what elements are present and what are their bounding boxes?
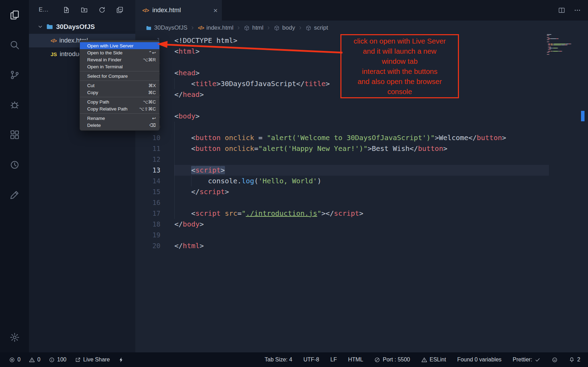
tab-close-icon[interactable]: × — [213, 7, 218, 14]
menu-item-copy-path[interactable]: Copy Path⌥⌘C — [80, 98, 159, 105]
indent-guide — [174, 176, 175, 186]
status-smiley[interactable] — [552, 357, 558, 363]
status-left-group: 00100Live Share — [9, 357, 124, 363]
bell-icon — [569, 357, 575, 363]
live-share-icon — [75, 357, 81, 363]
warning-icon — [421, 357, 427, 363]
menu-shortcut: ⌥⌘R — [143, 57, 156, 62]
status-found-0-variables[interactable]: Found 0 variables — [457, 357, 502, 363]
breadcrumb-item-index-html[interactable]: </>index.html — [198, 24, 233, 31]
code-line-7[interactable]: 7 — [135, 100, 588, 111]
menu-shortcut: ⌃↩ — [148, 50, 156, 55]
status-100[interactable]: 100 — [49, 357, 67, 363]
status-tab-size-4[interactable]: Tab Size: 4 — [265, 357, 292, 363]
line-number: 17 — [135, 208, 160, 219]
explorer-header: E… — [29, 0, 135, 20]
line-number: 16 — [135, 197, 160, 208]
menu-item-delete[interactable]: Delete⌫ — [80, 122, 159, 129]
menu-item-open-with-live-server[interactable]: Open with Live Server — [80, 42, 159, 49]
breadcrumb-item-html[interactable]: html — [244, 24, 263, 31]
code-line-14[interactable]: 14 console.log('Hello, World') — [135, 176, 588, 186]
code-line-18[interactable]: 18</body> — [135, 219, 588, 230]
menu-separator — [80, 113, 159, 114]
split-editor-icon[interactable] — [558, 7, 565, 14]
status-lf[interactable]: LF — [330, 357, 337, 363]
menu-item-copy-relative-path[interactable]: Copy Relative Path⌥⇧⌘C — [80, 105, 159, 112]
menu-shortcut: ⌘X — [148, 83, 156, 88]
code-line-12[interactable]: 12 — [135, 154, 588, 165]
code-line-8[interactable]: 8<body> — [135, 111, 588, 122]
indent-guide — [174, 78, 175, 89]
breadcrumb-item-body[interactable]: body — [274, 24, 295, 31]
tab-bar: </> index.html × — [135, 0, 588, 21]
status-utf-8[interactable]: UTF-8 — [303, 357, 319, 363]
refresh-icon[interactable] — [98, 6, 106, 14]
menu-separator — [80, 71, 159, 71]
menu-item-reveal-in-finder[interactable]: Reveal in Finder⌥⌘R — [80, 56, 159, 63]
activity-search-button[interactable] — [0, 30, 29, 60]
menu-item-open-in-terminal[interactable]: Open in Terminal — [80, 63, 159, 70]
run-debug-icon — [9, 100, 20, 110]
menu-item-rename[interactable]: Rename↩ — [80, 115, 159, 122]
code-line-17[interactable]: 17 <script src="./introduction.js"></scr… — [135, 208, 588, 219]
code-line-13[interactable]: 13 <script> — [135, 165, 588, 176]
activity-bar — [0, 0, 29, 352]
activity-extensions-button[interactable] — [0, 120, 29, 150]
breadcrumb-item-30daysofjs[interactable]: 30DaysOfJS — [146, 24, 187, 31]
new-file-icon[interactable] — [63, 6, 70, 14]
activity-feedback-button[interactable] — [0, 180, 29, 210]
code-line-20[interactable]: 20</html> — [135, 240, 588, 251]
line-number: 11 — [135, 143, 160, 154]
chevron-down-icon — [37, 24, 43, 30]
feedback-icon — [9, 190, 20, 200]
activity-source-control-button[interactable] — [0, 60, 29, 90]
minimap[interactable] — [547, 34, 579, 55]
activity-settings-button[interactable] — [0, 322, 29, 352]
line-number: 14 — [135, 176, 160, 186]
menu-item-open-to-the-side[interactable]: Open to the Side⌃↩ — [80, 49, 159, 56]
symbol-cube-icon — [274, 25, 280, 31]
status-prettier[interactable]: Prettier: — [513, 357, 541, 363]
html-file-icon: </> — [51, 37, 56, 44]
code-line-19[interactable]: 19 — [135, 230, 588, 240]
line-number: 12 — [135, 154, 160, 165]
tab-index-html[interactable]: </> index.html × — [135, 0, 222, 21]
menu-item-cut[interactable]: Cut⌘X — [80, 82, 159, 89]
folder-icon — [46, 23, 53, 30]
symbol-cube-icon — [306, 25, 311, 31]
activity-explorer-button[interactable] — [0, 0, 29, 30]
folder-row-30daysofjs[interactable]: 30DaysOfJS — [29, 20, 135, 34]
new-folder-icon[interactable] — [81, 6, 88, 14]
collapse-all-icon[interactable] — [116, 6, 123, 14]
source-control-icon — [9, 70, 20, 80]
menu-shortcut: ⌘C — [148, 90, 156, 95]
menu-item-select-for-compare[interactable]: Select for Compare — [80, 72, 159, 79]
tab-label: index.html — [152, 7, 181, 14]
more-actions-icon[interactable] — [574, 7, 581, 14]
status-port-5500[interactable]: Port : 5500 — [374, 357, 410, 363]
symbol-cube-icon — [244, 25, 250, 31]
status-0[interactable]: 0 — [29, 357, 40, 363]
indent-guide — [174, 208, 175, 219]
settings-icon — [9, 332, 20, 343]
status-html[interactable]: HTML — [348, 357, 363, 363]
code-line-11[interactable]: 11 <button onclick="alert('Happy New Yea… — [135, 143, 588, 154]
chevron-right-icon — [190, 25, 195, 30]
status-lightning[interactable] — [118, 357, 124, 363]
breadcrumb-item-script[interactable]: script — [306, 24, 328, 31]
line-number: 19 — [135, 230, 160, 240]
status-0[interactable]: 0 — [9, 357, 21, 363]
menu-shortcut: ⌥⌘C — [143, 99, 156, 105]
activity-run-debug-button[interactable] — [0, 90, 29, 120]
status-eslint[interactable]: ESLint — [421, 357, 446, 363]
code-line-15[interactable]: 15 </script> — [135, 186, 588, 197]
code-line-9[interactable]: 9 — [135, 122, 588, 132]
status-2[interactable]: 2 — [569, 357, 580, 363]
activity-bar-bottom — [0, 322, 29, 352]
activity-history-button[interactable] — [0, 150, 29, 180]
code-line-16[interactable]: 16 — [135, 197, 588, 208]
menu-item-copy[interactable]: Copy⌘C — [80, 89, 159, 96]
status-live-share[interactable]: Live Share — [75, 357, 110, 363]
indent-guide — [174, 186, 175, 197]
code-line-10[interactable]: 10 <button onclick = "alert('Welcome to … — [135, 132, 588, 143]
